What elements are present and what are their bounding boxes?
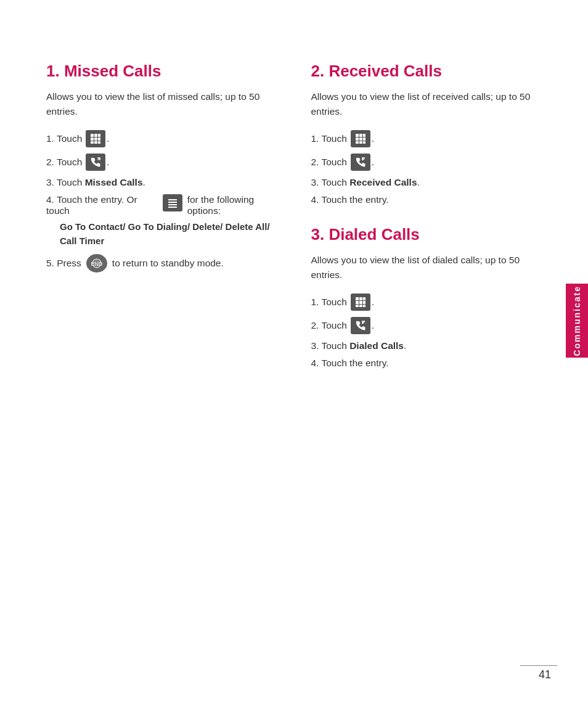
svg-rect-31	[363, 305, 365, 307]
missed-step-1-period: .	[107, 133, 109, 144]
missed-step-4-text: 4. Touch the entry. Or touch	[46, 194, 159, 216]
svg-rect-29	[356, 305, 359, 307]
svg-rect-27	[359, 301, 362, 304]
svg-rect-14	[356, 134, 359, 137]
svg-rect-15	[359, 134, 362, 137]
dialed-step-4: 4. Touch the entry.	[311, 358, 552, 369]
dialed-calls-title: 3. Dialed Calls	[311, 225, 552, 244]
missed-step-2-period: .	[107, 157, 109, 168]
svg-rect-1	[94, 134, 97, 137]
left-column: 1. Missed Calls Allows you to view the l…	[46, 62, 287, 375]
svg-rect-10	[168, 202, 177, 203]
svg-rect-16	[363, 134, 365, 137]
svg-rect-17	[356, 138, 359, 141]
missed-step-3-text: 3. Touch Missed Calls.	[46, 177, 145, 188]
svg-rect-20	[356, 141, 359, 144]
received-step-2-text: 2. Touch	[311, 157, 347, 168]
list-icon	[163, 194, 182, 211]
missed-calls-desc: Allows you to view the list of missed ca…	[46, 89, 287, 119]
svg-rect-7	[94, 141, 97, 144]
missed-step-4-suffix: for the following options:	[187, 194, 287, 216]
missed-step-4: 4. Touch the entry. Or touch for the fol…	[46, 194, 287, 248]
svg-rect-19	[363, 138, 365, 141]
communicate-tab-label: Communicate	[572, 285, 582, 356]
dialed-step-3-text: 3. Touch Dialed Calls.	[311, 340, 407, 351]
page-content: 1. Missed Calls Allows you to view the l…	[0, 0, 588, 412]
dialed-step-2-period: .	[372, 320, 374, 331]
missed-step-4-top: 4. Touch the entry. Or touch for the fol…	[46, 194, 287, 216]
page-number: 41	[539, 668, 551, 681]
svg-rect-25	[363, 297, 365, 300]
right-column: 2. Received Calls Allows you to view the…	[311, 62, 552, 375]
svg-rect-2	[98, 134, 100, 137]
received-step-1-period: .	[372, 133, 374, 144]
received-step-2-period: .	[372, 157, 374, 168]
missed-step-3: 3. Touch Missed Calls.	[46, 177, 287, 188]
communicate-tab: Communicate	[566, 284, 588, 358]
grid-icon-3	[351, 293, 370, 311]
svg-rect-12	[168, 207, 177, 208]
phone-icon-3	[351, 317, 370, 334]
received-step-2: 2. Touch .	[311, 154, 552, 171]
missed-calls-section: 1. Missed Calls Allows you to view the l…	[46, 62, 287, 273]
svg-rect-6	[91, 141, 94, 144]
phone-icon-1	[86, 154, 105, 171]
received-step-3: 3. Touch Received Calls.	[311, 177, 552, 188]
missed-step-2: 2. Touch .	[46, 154, 287, 171]
missed-options-text: Go To Contact/ Go To Dialing/ Delete/ De…	[60, 220, 287, 248]
svg-text:END: END	[91, 261, 103, 267]
svg-rect-9	[168, 199, 177, 200]
missed-step-5-suffix: to return to standby mode.	[112, 258, 224, 269]
svg-rect-8	[98, 141, 100, 144]
svg-rect-11	[168, 204, 177, 205]
svg-rect-30	[359, 305, 362, 307]
dialed-calls-section: 3. Dialed Calls Allows you to view the l…	[311, 225, 552, 369]
svg-rect-4	[94, 138, 97, 141]
svg-rect-0	[91, 134, 94, 137]
received-step-4: 4. Touch the entry.	[311, 194, 552, 205]
received-calls-desc: Allows you to view the list of received …	[311, 89, 552, 119]
svg-rect-28	[363, 301, 365, 304]
page-divider	[520, 665, 557, 666]
received-calls-title: 2. Received Calls	[311, 62, 552, 81]
dialed-step-2-text: 2. Touch	[311, 320, 347, 331]
dialed-step-1-period: .	[372, 297, 374, 308]
svg-rect-23	[356, 297, 359, 300]
dialed-step-4-text: 4. Touch the entry.	[311, 358, 389, 369]
svg-rect-5	[98, 138, 100, 141]
svg-rect-24	[359, 297, 362, 300]
dialed-step-3: 3. Touch Dialed Calls.	[311, 340, 552, 351]
missed-step-5: 5. Press END to return to standby mode.	[46, 254, 287, 273]
missed-step-2-text: 2. Touch	[46, 157, 82, 168]
grid-icon-2	[351, 130, 370, 147]
received-step-4-text: 4. Touch the entry.	[311, 194, 389, 205]
phone-icon-2	[351, 154, 370, 171]
dialed-step-1-text: 1. Touch	[311, 297, 347, 308]
svg-rect-22	[363, 141, 365, 144]
received-step-1: 1. Touch .	[311, 130, 552, 147]
missed-calls-title: 1. Missed Calls	[46, 62, 287, 81]
dialed-step-1: 1. Touch .	[311, 293, 552, 311]
svg-rect-26	[356, 301, 359, 304]
return-icon: END	[86, 254, 107, 273]
svg-rect-3	[91, 138, 94, 141]
grid-icon-1	[86, 130, 105, 147]
received-step-1-text: 1. Touch	[311, 133, 347, 144]
svg-rect-18	[359, 138, 362, 141]
missed-step-5-prefix: 5. Press	[46, 258, 81, 269]
received-step-3-text: 3. Touch Received Calls.	[311, 177, 420, 188]
missed-step-1-text: 1. Touch	[46, 133, 82, 144]
dialed-step-2: 2. Touch .	[311, 317, 552, 334]
svg-rect-21	[359, 141, 362, 144]
dialed-calls-desc: Allows you to view the list of dialed ca…	[311, 253, 552, 282]
missed-step-1: 1. Touch .	[46, 130, 287, 147]
received-calls-section: 2. Received Calls Allows you to view the…	[311, 62, 552, 205]
